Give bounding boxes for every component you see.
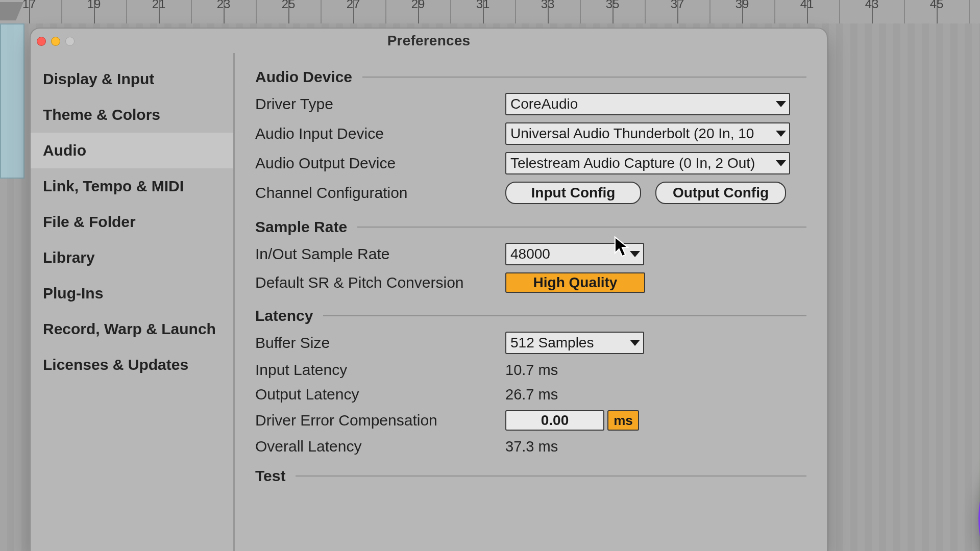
input-driver-error-compensation[interactable]: 0.00 xyxy=(505,410,604,431)
sidebar-item-label: Theme & Colors xyxy=(43,106,160,123)
window-titlebar[interactable]: Preferences xyxy=(31,29,827,53)
sidebar-item-file-folder[interactable]: File & Folder xyxy=(31,204,233,240)
label-io-sample-rate: In/Out Sample Rate xyxy=(255,245,495,263)
section-separator xyxy=(362,77,806,78)
chevron-down-icon xyxy=(776,101,786,107)
value-input-latency: 10.7 ms xyxy=(505,362,558,379)
zoom-icon[interactable] xyxy=(65,37,75,46)
section-heading-test: Test xyxy=(255,467,806,485)
ruler-number: 31 xyxy=(476,0,490,11)
minimize-icon[interactable] xyxy=(51,37,60,46)
numeric-value: 0.00 xyxy=(541,412,569,429)
ruler-tick-minor xyxy=(321,0,322,23)
select-buffer-size[interactable]: 512 Samples xyxy=(505,332,644,354)
window-title: Preferences xyxy=(31,33,827,49)
ruler-number: 25 xyxy=(282,0,296,11)
sidebar-item-label: Plug-Ins xyxy=(43,285,103,302)
unit-label: ms xyxy=(614,413,633,429)
select-value: CoreAudio xyxy=(510,96,578,112)
chevron-down-icon xyxy=(630,340,640,346)
input-config-button[interactable]: Input Config xyxy=(505,182,641,204)
ruler-tick-minor xyxy=(450,0,451,23)
section-heading-audio-device: Audio Device xyxy=(255,68,806,86)
label-channel-configuration: Channel Configuration xyxy=(255,184,495,202)
ruler-tick-minor xyxy=(126,0,127,23)
select-io-sample-rate[interactable]: 48000 xyxy=(505,243,644,265)
ruler-number: 33 xyxy=(541,0,555,11)
section-label: Sample Rate xyxy=(255,218,347,236)
label-output-latency: Output Latency xyxy=(255,386,495,403)
ruler-number: 19 xyxy=(87,0,101,11)
select-driver-type[interactable]: CoreAudio xyxy=(505,93,790,115)
timeline-ruler[interactable]: 171921232527293133353739414345 xyxy=(0,0,980,24)
sidebar-item-label: Link, Tempo & MIDI xyxy=(43,178,184,194)
select-value: Universal Audio Thunderbolt (20 In, 10 xyxy=(510,126,754,142)
output-config-button[interactable]: Output Config xyxy=(655,182,786,204)
sidebar-item-display-input[interactable]: Display & Input xyxy=(31,61,233,97)
ruler-tick-minor xyxy=(709,0,710,23)
ruler-tick-minor xyxy=(61,0,62,23)
select-audio-input-device[interactable]: Universal Audio Thunderbolt (20 In, 10 xyxy=(505,122,790,145)
section-separator xyxy=(296,475,806,477)
section-label: Test xyxy=(255,467,285,485)
ruler-tick-minor xyxy=(774,0,775,23)
ruler-number: 23 xyxy=(217,0,231,11)
label-driver-type: Driver Type xyxy=(255,95,495,113)
sidebar-item-label: Licenses & Updates xyxy=(43,356,188,373)
label-overall-latency: Overall Latency xyxy=(255,438,495,455)
sidebar-item-label: Record, Warp & Launch xyxy=(43,320,216,337)
preferences-window: Preferences Display & InputTheme & Color… xyxy=(31,29,827,551)
ruler-number: 41 xyxy=(800,0,814,11)
sidebar-item-label: Library xyxy=(43,249,95,266)
select-value: 512 Samples xyxy=(510,335,594,351)
sidebar-item-library[interactable]: Library xyxy=(31,240,233,276)
label-buffer-size: Buffer Size xyxy=(255,334,495,352)
ruler-number: 21 xyxy=(152,0,166,11)
sidebar-item-label: Audio xyxy=(43,142,86,159)
ruler-tick-minor xyxy=(191,0,192,23)
select-value: 48000 xyxy=(510,246,550,262)
sidebar-item-licenses-updates[interactable]: Licenses & Updates xyxy=(31,347,233,383)
ruler-tick-minor xyxy=(385,0,386,23)
sidebar-item-link-tempo-midi[interactable]: Link, Tempo & MIDI xyxy=(31,168,233,204)
toggle-sr-pitch-quality[interactable]: High Quality xyxy=(505,272,645,293)
ruler-number: 29 xyxy=(411,0,425,11)
chevron-down-icon xyxy=(630,251,640,257)
ruler-number: 37 xyxy=(671,0,684,11)
ruler-tick-minor xyxy=(645,0,646,23)
label-input-latency: Input Latency xyxy=(255,361,495,379)
ruler-number: 17 xyxy=(22,0,36,11)
sidebar-item-theme-colors[interactable]: Theme & Colors xyxy=(31,97,233,133)
select-audio-output-device[interactable]: Telestream Audio Capture (0 In, 2 Out) xyxy=(505,152,790,174)
sidebar-item-label: Display & Input xyxy=(43,70,154,87)
chevron-down-icon xyxy=(776,160,786,166)
ruler-number: 45 xyxy=(930,0,944,11)
section-label: Latency xyxy=(255,307,313,324)
preferences-content: Audio Device Driver Type CoreAudio Audio… xyxy=(235,53,827,551)
ruler-number: 27 xyxy=(347,0,360,11)
chevron-down-icon xyxy=(776,131,786,137)
label-audio-output-device: Audio Output Device xyxy=(255,155,495,172)
ruler-tick-minor xyxy=(969,0,970,23)
ruler-number: 39 xyxy=(736,0,749,11)
audio-clip-fragment[interactable] xyxy=(0,23,24,179)
section-heading-sample-rate: Sample Rate xyxy=(255,218,806,236)
preferences-sidebar: Display & InputTheme & ColorsAudioLink, … xyxy=(31,53,235,551)
unit-toggle-ms[interactable]: ms xyxy=(607,410,639,431)
window-traffic-lights xyxy=(37,37,75,46)
ruler-number: 43 xyxy=(865,0,879,11)
sidebar-item-record-warp-launch[interactable]: Record, Warp & Launch xyxy=(31,311,233,347)
ruler-number: 35 xyxy=(606,0,620,11)
ruler-tick-minor xyxy=(256,0,257,23)
ruler-tick-minor xyxy=(839,0,840,23)
sidebar-item-audio[interactable]: Audio xyxy=(31,133,233,168)
ruler-tick-minor xyxy=(580,0,581,23)
sidebar-item-label: File & Folder xyxy=(43,213,136,230)
toggle-label: High Quality xyxy=(533,274,618,291)
label-audio-input-device: Audio Input Device xyxy=(255,125,495,142)
close-icon[interactable] xyxy=(37,37,46,46)
section-separator xyxy=(357,227,806,228)
select-value: Telestream Audio Capture (0 In, 2 Out) xyxy=(510,155,755,171)
ruler-tick-minor xyxy=(904,0,905,23)
sidebar-item-plug-ins[interactable]: Plug-Ins xyxy=(31,276,233,311)
